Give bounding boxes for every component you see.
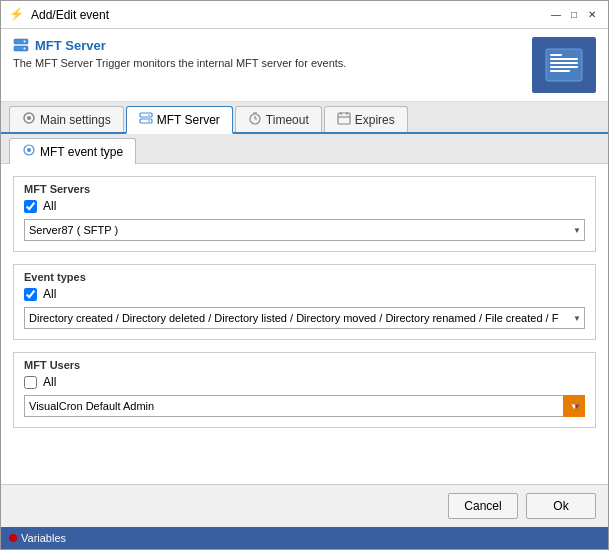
event-types-dropdown-row: Directory created / Directory deleted / …: [24, 307, 585, 329]
svg-point-2: [24, 41, 26, 43]
mft-users-legend: MFT Users: [20, 359, 585, 371]
form-content: MFT Servers All Server87 ( SFTP ) Event …: [1, 164, 608, 484]
svg-rect-0: [14, 39, 28, 44]
tabs-bar: Main settings MFT Server Timeout Expires: [1, 102, 608, 134]
svg-rect-5: [550, 54, 562, 56]
tab-timeout-label: Timeout: [266, 113, 309, 127]
mft-users-group: MFT Users All VisualCron Default Admin ▼: [13, 352, 596, 428]
window-controls: — □ ✕: [548, 7, 600, 23]
ok-button[interactable]: Ok: [526, 493, 596, 519]
tab-mft-server-icon: [139, 111, 153, 128]
sub-tab-icon: [22, 143, 36, 160]
header-description: The MFT Server Trigger monitors the inte…: [13, 57, 346, 69]
mft-servers-dropdown-row: Server87 ( SFTP ): [24, 219, 585, 241]
tab-mft-server-label: MFT Server: [157, 113, 220, 127]
content-area: MFT event type MFT Servers All Server87 …: [1, 134, 608, 484]
mft-users-dropdown-wrapper: VisualCron Default Admin ▼: [24, 395, 585, 417]
minimize-button[interactable]: —: [548, 7, 564, 23]
close-button[interactable]: ✕: [584, 7, 600, 23]
header-area: MFT Server The MFT Server Trigger monito…: [1, 29, 608, 102]
event-types-all-row: All: [24, 287, 585, 301]
svg-point-3: [24, 48, 26, 50]
svg-rect-20: [338, 113, 350, 124]
sub-tab-mft-event-type-label: MFT event type: [40, 145, 123, 159]
mft-server-icon: [13, 37, 29, 53]
header-left: MFT Server The MFT Server Trigger monito…: [13, 37, 346, 69]
sub-tabs-bar: MFT event type: [1, 134, 608, 164]
event-types-legend: Event types: [20, 271, 585, 283]
tab-mft-server[interactable]: MFT Server: [126, 106, 233, 134]
svg-rect-4: [546, 49, 582, 81]
event-types-dropdown[interactable]: Directory created / Directory deleted / …: [24, 307, 585, 329]
svg-rect-8: [550, 66, 578, 68]
tab-expires[interactable]: Expires: [324, 106, 408, 132]
logo-icon: [544, 47, 584, 83]
mft-users-all-row: All: [24, 375, 585, 389]
svg-rect-7: [550, 62, 578, 64]
svg-point-25: [27, 148, 31, 152]
mft-servers-dropdown-wrapper: Server87 ( SFTP ): [24, 219, 585, 241]
tab-timeout[interactable]: Timeout: [235, 106, 322, 132]
header-title: MFT Server: [13, 37, 346, 53]
tab-expires-label: Expires: [355, 113, 395, 127]
header-logo: [532, 37, 596, 93]
mft-servers-all-checkbox[interactable]: [24, 200, 37, 213]
event-types-all-checkbox[interactable]: [24, 288, 37, 301]
mft-servers-all-label: All: [43, 199, 56, 213]
svg-rect-13: [140, 119, 152, 123]
svg-rect-1: [14, 46, 28, 51]
footer: Cancel Ok: [1, 484, 608, 527]
svg-rect-9: [550, 70, 570, 72]
mft-users-all-checkbox[interactable]: [24, 376, 37, 389]
title-bar: ⚡ Add/Edit event — □ ✕: [1, 1, 608, 29]
svg-rect-12: [140, 113, 152, 117]
mft-servers-legend: MFT Servers: [20, 183, 585, 195]
tab-timeout-icon: [248, 111, 262, 128]
tab-main-settings[interactable]: Main settings: [9, 106, 124, 132]
title-text: Add/Edit event: [31, 8, 548, 22]
mft-servers-group: MFT Servers All Server87 ( SFTP ): [13, 176, 596, 252]
cancel-button[interactable]: Cancel: [448, 493, 518, 519]
mft-servers-all-row: All: [24, 199, 585, 213]
sub-tab-mft-event-type[interactable]: MFT event type: [9, 138, 136, 164]
svg-point-14: [148, 114, 150, 116]
status-item: Variables: [9, 532, 66, 544]
tab-main-settings-icon: [22, 111, 36, 128]
main-window: ⚡ Add/Edit event — □ ✕ MFT Server The MF…: [0, 0, 609, 550]
status-dot: [9, 534, 17, 542]
mft-users-dropdown-row: VisualCron Default Admin ▼: [24, 395, 585, 417]
title-icon: ⚡: [9, 7, 25, 23]
mft-users-dropdown[interactable]: VisualCron Default Admin: [24, 395, 585, 417]
mft-users-dropdown-btn[interactable]: ▼: [563, 395, 585, 417]
svg-point-15: [148, 120, 150, 122]
tab-main-settings-label: Main settings: [40, 113, 111, 127]
event-types-group: Event types All Directory created / Dire…: [13, 264, 596, 340]
tab-expires-icon: [337, 111, 351, 128]
event-types-all-label: All: [43, 287, 56, 301]
maximize-button[interactable]: □: [566, 7, 582, 23]
status-label: Variables: [21, 532, 66, 544]
header-title-text: MFT Server: [35, 38, 106, 53]
svg-rect-6: [550, 58, 578, 60]
mft-users-all-label: All: [43, 375, 56, 389]
svg-point-11: [27, 116, 31, 120]
event-types-dropdown-wrapper: Directory created / Directory deleted / …: [24, 307, 585, 329]
status-bar: Variables: [1, 527, 608, 549]
mft-servers-dropdown[interactable]: Server87 ( SFTP ): [24, 219, 585, 241]
